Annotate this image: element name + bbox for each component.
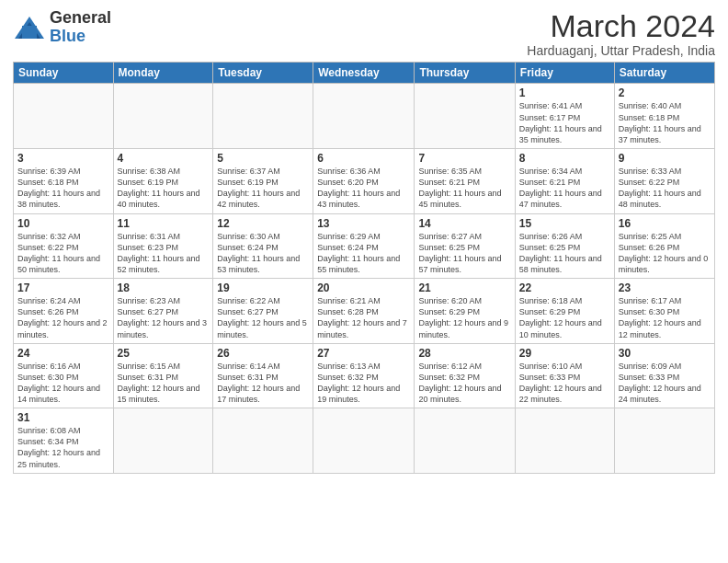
day-info: Sunrise: 6:34 AM Sunset: 6:21 PM Dayligh… <box>519 166 610 211</box>
title-block: March 2024 Harduaganj, Uttar Pradesh, In… <box>527 9 715 58</box>
day-number: 4 <box>118 152 210 165</box>
calendar-cell: 4Sunrise: 6:38 AM Sunset: 6:19 PM Daylig… <box>113 148 213 213</box>
day-number: 13 <box>317 217 410 230</box>
day-info: Sunrise: 6:26 AM Sunset: 6:25 PM Dayligh… <box>519 231 610 276</box>
day-number: 22 <box>519 282 610 294</box>
day-info: Sunrise: 6:25 AM Sunset: 6:26 PM Dayligh… <box>619 231 711 276</box>
day-info: Sunrise: 6:23 AM Sunset: 6:27 PM Dayligh… <box>118 295 210 340</box>
day-info: Sunrise: 6:41 AM Sunset: 6:17 PM Dayligh… <box>519 100 610 145</box>
weekday-header-saturday: Saturday <box>614 63 714 84</box>
calendar-cell <box>515 408 614 474</box>
day-number: 20 <box>317 282 410 294</box>
day-number: 17 <box>17 282 109 294</box>
day-number: 24 <box>17 347 109 360</box>
calendar-cell: 2Sunrise: 6:40 AM Sunset: 6:18 PM Daylig… <box>614 84 714 149</box>
day-number: 31 <box>17 411 109 424</box>
day-info: Sunrise: 6:36 AM Sunset: 6:20 PM Dayligh… <box>317 166 410 211</box>
day-info: Sunrise: 6:37 AM Sunset: 6:19 PM Dayligh… <box>217 166 309 211</box>
weekday-header-friday: Friday <box>515 63 614 84</box>
day-info: Sunrise: 6:16 AM Sunset: 6:30 PM Dayligh… <box>17 361 109 406</box>
day-number: 1 <box>519 86 610 99</box>
calendar-cell <box>213 84 313 149</box>
calendar-body: 1Sunrise: 6:41 AM Sunset: 6:17 PM Daylig… <box>14 84 715 473</box>
weekday-header-monday: Monday <box>113 63 213 84</box>
logo-general: General <box>50 8 111 27</box>
day-number: 5 <box>217 152 309 165</box>
calendar-cell: 20Sunrise: 6:21 AM Sunset: 6:28 PM Dayli… <box>313 279 415 344</box>
weekday-header-row: SundayMondayTuesdayWednesdayThursdayFrid… <box>14 63 715 84</box>
calendar-cell: 22Sunrise: 6:18 AM Sunset: 6:29 PM Dayli… <box>515 279 614 344</box>
day-info: Sunrise: 6:13 AM Sunset: 6:32 PM Dayligh… <box>317 361 410 406</box>
calendar-cell: 17Sunrise: 6:24 AM Sunset: 6:26 PM Dayli… <box>14 279 114 344</box>
day-info: Sunrise: 6:12 AM Sunset: 6:32 PM Dayligh… <box>418 361 510 406</box>
calendar-week-5: 31Sunrise: 6:08 AM Sunset: 6:34 PM Dayli… <box>14 408 715 474</box>
day-info: Sunrise: 6:30 AM Sunset: 6:24 PM Dayligh… <box>217 231 309 276</box>
day-info: Sunrise: 6:14 AM Sunset: 6:31 PM Dayligh… <box>217 361 309 406</box>
calendar-cell: 14Sunrise: 6:27 AM Sunset: 6:25 PM Dayli… <box>415 213 515 279</box>
calendar-week-1: 3Sunrise: 6:39 AM Sunset: 6:18 PM Daylig… <box>14 148 715 213</box>
calendar-cell: 24Sunrise: 6:16 AM Sunset: 6:30 PM Dayli… <box>14 343 114 408</box>
weekday-header-thursday: Thursday <box>415 63 515 84</box>
calendar-cell <box>614 408 714 474</box>
calendar-header: SundayMondayTuesdayWednesdayThursdayFrid… <box>14 63 715 84</box>
day-number: 21 <box>418 282 510 294</box>
calendar-table: SundayMondayTuesdayWednesdayThursdayFrid… <box>13 62 715 473</box>
logo: General Blue <box>13 9 111 46</box>
calendar-cell: 18Sunrise: 6:23 AM Sunset: 6:27 PM Dayli… <box>113 279 213 344</box>
day-number: 29 <box>519 347 610 360</box>
header: General Blue March 2024 Harduaganj, Utta… <box>13 9 715 58</box>
day-info: Sunrise: 6:18 AM Sunset: 6:29 PM Dayligh… <box>519 295 610 340</box>
calendar-week-3: 17Sunrise: 6:24 AM Sunset: 6:26 PM Dayli… <box>14 279 715 344</box>
day-info: Sunrise: 6:33 AM Sunset: 6:22 PM Dayligh… <box>619 166 711 211</box>
calendar-cell: 11Sunrise: 6:31 AM Sunset: 6:23 PM Dayli… <box>113 213 213 279</box>
calendar-cell: 26Sunrise: 6:14 AM Sunset: 6:31 PM Dayli… <box>213 343 313 408</box>
location-subtitle: Harduaganj, Uttar Pradesh, India <box>527 43 715 58</box>
day-number: 26 <box>217 347 309 360</box>
day-number: 8 <box>519 152 610 165</box>
day-number: 6 <box>317 152 410 165</box>
calendar-cell: 27Sunrise: 6:13 AM Sunset: 6:32 PM Dayli… <box>313 343 415 408</box>
calendar-cell: 23Sunrise: 6:17 AM Sunset: 6:30 PM Dayli… <box>614 279 714 344</box>
day-info: Sunrise: 6:20 AM Sunset: 6:29 PM Dayligh… <box>418 295 510 340</box>
weekday-header-sunday: Sunday <box>14 63 114 84</box>
day-info: Sunrise: 6:27 AM Sunset: 6:25 PM Dayligh… <box>418 231 510 276</box>
day-number: 3 <box>17 152 109 165</box>
calendar-cell <box>415 84 515 149</box>
day-info: Sunrise: 6:15 AM Sunset: 6:31 PM Dayligh… <box>118 361 210 406</box>
day-info: Sunrise: 6:17 AM Sunset: 6:30 PM Dayligh… <box>619 295 711 340</box>
day-info: Sunrise: 6:09 AM Sunset: 6:33 PM Dayligh… <box>619 361 711 406</box>
calendar-cell: 3Sunrise: 6:39 AM Sunset: 6:18 PM Daylig… <box>14 148 114 213</box>
day-info: Sunrise: 6:32 AM Sunset: 6:22 PM Dayligh… <box>17 231 109 276</box>
calendar-cell <box>213 408 313 474</box>
day-number: 16 <box>619 217 711 230</box>
calendar-cell: 28Sunrise: 6:12 AM Sunset: 6:32 PM Dayli… <box>415 343 515 408</box>
day-number: 2 <box>619 86 711 99</box>
calendar-cell <box>415 408 515 474</box>
calendar-cell: 15Sunrise: 6:26 AM Sunset: 6:25 PM Dayli… <box>515 213 614 279</box>
logo-blue: Blue <box>50 27 85 45</box>
day-info: Sunrise: 6:39 AM Sunset: 6:18 PM Dayligh… <box>17 166 109 211</box>
calendar-cell: 9Sunrise: 6:33 AM Sunset: 6:22 PM Daylig… <box>614 148 714 213</box>
day-number: 27 <box>317 347 410 360</box>
day-info: Sunrise: 6:31 AM Sunset: 6:23 PM Dayligh… <box>118 231 210 276</box>
calendar-cell: 13Sunrise: 6:29 AM Sunset: 6:24 PM Dayli… <box>313 213 415 279</box>
day-number: 23 <box>619 282 711 294</box>
day-info: Sunrise: 6:10 AM Sunset: 6:33 PM Dayligh… <box>519 361 610 406</box>
day-number: 12 <box>217 217 309 230</box>
day-info: Sunrise: 6:40 AM Sunset: 6:18 PM Dayligh… <box>619 100 711 145</box>
calendar-cell: 21Sunrise: 6:20 AM Sunset: 6:29 PM Dayli… <box>415 279 515 344</box>
day-info: Sunrise: 6:35 AM Sunset: 6:21 PM Dayligh… <box>418 166 510 211</box>
weekday-header-tuesday: Tuesday <box>213 63 313 84</box>
calendar-cell: 8Sunrise: 6:34 AM Sunset: 6:21 PM Daylig… <box>515 148 614 213</box>
day-info: Sunrise: 6:24 AM Sunset: 6:26 PM Dayligh… <box>17 295 109 340</box>
day-number: 19 <box>217 282 309 294</box>
day-info: Sunrise: 6:21 AM Sunset: 6:28 PM Dayligh… <box>317 295 410 340</box>
page: General Blue March 2024 Harduaganj, Utta… <box>0 0 728 479</box>
day-number: 7 <box>418 152 510 165</box>
calendar-week-4: 24Sunrise: 6:16 AM Sunset: 6:30 PM Dayli… <box>14 343 715 408</box>
day-info: Sunrise: 6:29 AM Sunset: 6:24 PM Dayligh… <box>317 231 410 276</box>
calendar-cell: 25Sunrise: 6:15 AM Sunset: 6:31 PM Dayli… <box>113 343 213 408</box>
month-title: March 2024 <box>527 9 715 43</box>
calendar-cell <box>313 408 415 474</box>
day-info: Sunrise: 6:08 AM Sunset: 6:34 PM Dayligh… <box>17 425 109 470</box>
